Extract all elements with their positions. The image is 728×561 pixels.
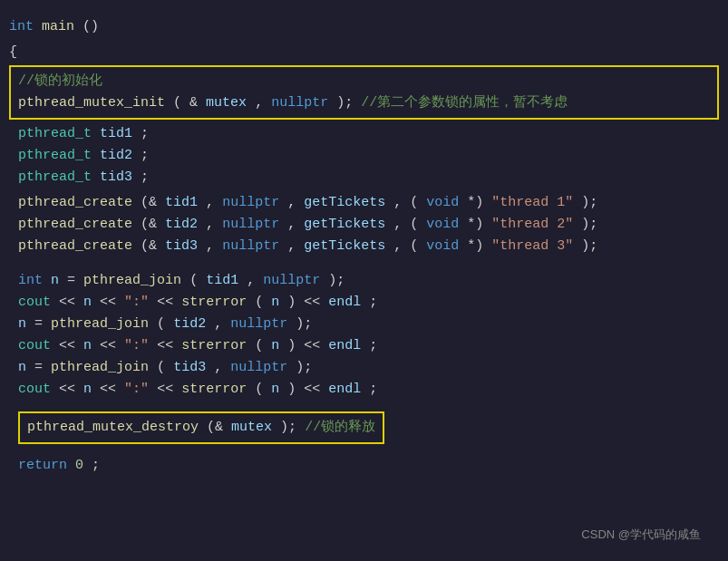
code-line-cout1: cout << n << ":" << strerror ( n ) << en… (18, 292, 728, 314)
code-lines-join: int n = pthread_join ( tid1 , nullptr );… (0, 268, 728, 402)
code-line-create2: pthread_create (& tid2 , nullptr , getTi… (18, 214, 728, 236)
code-line-tid1: pthread_t tid1 ; (18, 123, 728, 145)
code-line-create1: pthread_create (& tid1 , nullptr , getTi… (18, 192, 728, 214)
code-line-tid2: pthread_t tid2 ; (18, 145, 728, 167)
code-line-main: int main () (0, 9, 728, 42)
code-line-return: return 0 ; (0, 455, 728, 477)
code-line-mutex-init: pthread_mutex_init ( & mutex , nullptr )… (18, 92, 710, 114)
code-viewer: int main () { //锁的初始化 pthread_mutex_init… (0, 0, 728, 486)
spacer1 (0, 259, 728, 268)
code-line-int-n: int n = pthread_join ( tid1 , nullptr ); (18, 270, 728, 292)
code-line-tid3: pthread_t tid3 ; (18, 167, 728, 189)
keyword-int: int (9, 19, 34, 34)
highlight-box-init: //锁的初始化 pthread_mutex_init ( & mutex , n… (9, 65, 719, 120)
code-line-cout2: cout << n << ":" << strerror ( n ) << en… (18, 335, 728, 357)
spacer3 (0, 446, 728, 455)
code-brace-open: { (0, 42, 728, 63)
code-lines-pthread-create: pthread_create (& tid1 , nullptr , getTi… (0, 190, 728, 259)
code-line-comment-init: //锁的初始化 (18, 71, 710, 92)
code-line-join2: n = pthread_join ( tid2 , nullptr ); (18, 314, 728, 335)
spacer2 (0, 402, 728, 410)
highlight-box-destroy: pthread_mutex_destroy (& mutex ); //锁的释放 (18, 411, 384, 444)
watermark: CSDN @学代码的咸鱼 (581, 526, 701, 545)
code-lines-pthread-t: pthread_t tid1 ; pthread_t tid2 ; pthrea… (0, 121, 728, 190)
code-line-create3: pthread_create (& tid3 , nullptr , getTi… (18, 236, 728, 257)
function-main: main (42, 19, 74, 34)
code-line-cout3: cout << n << ":" << strerror ( n ) << en… (18, 379, 728, 401)
code-line-join3: n = pthread_join ( tid3 , nullptr ); (18, 357, 728, 379)
